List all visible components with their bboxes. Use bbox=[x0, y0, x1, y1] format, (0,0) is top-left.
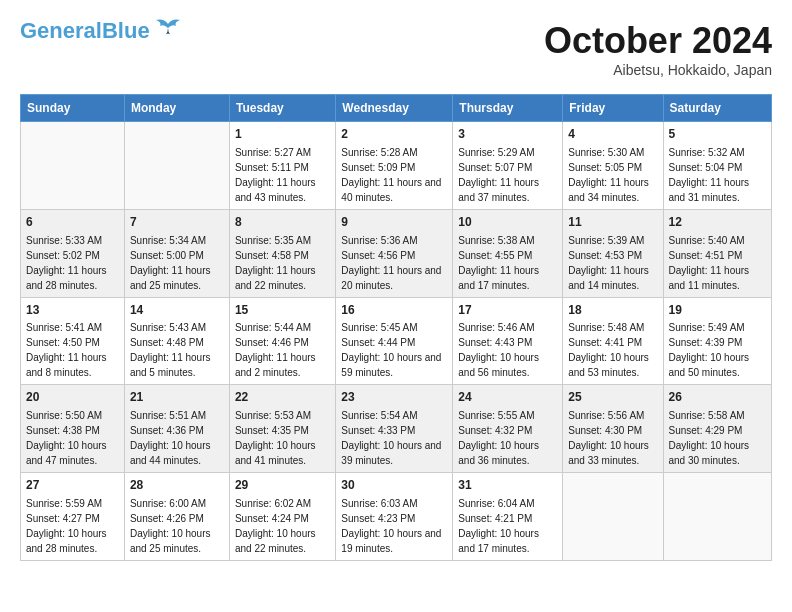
calendar-cell: 3Sunrise: 5:29 AMSunset: 5:07 PMDaylight… bbox=[453, 122, 563, 210]
calendar-cell: 7Sunrise: 5:34 AMSunset: 5:00 PMDaylight… bbox=[124, 209, 229, 297]
cell-line: Sunrise: 5:35 AM bbox=[235, 233, 330, 248]
cell-line: Daylight: 11 hours and 40 minutes. bbox=[341, 175, 447, 205]
cell-content: Sunrise: 6:03 AMSunset: 4:23 PMDaylight:… bbox=[341, 496, 447, 556]
cell-content: Sunrise: 6:04 AMSunset: 4:21 PMDaylight:… bbox=[458, 496, 557, 556]
cell-line: Daylight: 10 hours and 59 minutes. bbox=[341, 350, 447, 380]
calendar-cell bbox=[124, 122, 229, 210]
calendar-cell: 26Sunrise: 5:58 AMSunset: 4:29 PMDayligh… bbox=[663, 385, 772, 473]
calendar-cell: 4Sunrise: 5:30 AMSunset: 5:05 PMDaylight… bbox=[563, 122, 663, 210]
cell-line: Sunset: 4:36 PM bbox=[130, 423, 224, 438]
cell-line: Sunrise: 5:44 AM bbox=[235, 320, 330, 335]
cell-line: Sunrise: 5:46 AM bbox=[458, 320, 557, 335]
calendar-cell: 5Sunrise: 5:32 AMSunset: 5:04 PMDaylight… bbox=[663, 122, 772, 210]
cell-line: Daylight: 11 hours and 22 minutes. bbox=[235, 263, 330, 293]
calendar-cell: 12Sunrise: 5:40 AMSunset: 4:51 PMDayligh… bbox=[663, 209, 772, 297]
cell-line: Sunrise: 5:53 AM bbox=[235, 408, 330, 423]
cell-line: Daylight: 10 hours and 25 minutes. bbox=[130, 526, 224, 556]
weekday-header: Saturday bbox=[663, 95, 772, 122]
cell-content: Sunrise: 5:36 AMSunset: 4:56 PMDaylight:… bbox=[341, 233, 447, 293]
logo-bird-icon bbox=[154, 16, 182, 38]
cell-line: Sunset: 5:09 PM bbox=[341, 160, 447, 175]
location: Aibetsu, Hokkaido, Japan bbox=[544, 62, 772, 78]
cell-line: Sunset: 4:58 PM bbox=[235, 248, 330, 263]
calendar-cell: 31Sunrise: 6:04 AMSunset: 4:21 PMDayligh… bbox=[453, 473, 563, 561]
cell-line: Sunrise: 5:54 AM bbox=[341, 408, 447, 423]
cell-line: Sunrise: 6:04 AM bbox=[458, 496, 557, 511]
cell-content: Sunrise: 5:50 AMSunset: 4:38 PMDaylight:… bbox=[26, 408, 119, 468]
cell-line: Sunset: 4:44 PM bbox=[341, 335, 447, 350]
cell-line: Daylight: 11 hours and 31 minutes. bbox=[669, 175, 767, 205]
cell-line: Daylight: 11 hours and 20 minutes. bbox=[341, 263, 447, 293]
day-number: 1 bbox=[235, 126, 330, 143]
cell-line: Daylight: 11 hours and 2 minutes. bbox=[235, 350, 330, 380]
day-number: 26 bbox=[669, 389, 767, 406]
day-number: 3 bbox=[458, 126, 557, 143]
cell-content: Sunrise: 5:45 AMSunset: 4:44 PMDaylight:… bbox=[341, 320, 447, 380]
cell-line: Sunrise: 5:56 AM bbox=[568, 408, 657, 423]
cell-content: Sunrise: 5:35 AMSunset: 4:58 PMDaylight:… bbox=[235, 233, 330, 293]
cell-line: Sunset: 5:07 PM bbox=[458, 160, 557, 175]
calendar-week-row: 1Sunrise: 5:27 AMSunset: 5:11 PMDaylight… bbox=[21, 122, 772, 210]
day-number: 5 bbox=[669, 126, 767, 143]
cell-line: Sunset: 4:39 PM bbox=[669, 335, 767, 350]
cell-line: Daylight: 11 hours and 43 minutes. bbox=[235, 175, 330, 205]
calendar-cell: 11Sunrise: 5:39 AMSunset: 4:53 PMDayligh… bbox=[563, 209, 663, 297]
cell-line: Sunrise: 5:29 AM bbox=[458, 145, 557, 160]
cell-line: Sunrise: 5:48 AM bbox=[568, 320, 657, 335]
calendar-cell: 27Sunrise: 5:59 AMSunset: 4:27 PMDayligh… bbox=[21, 473, 125, 561]
cell-content: Sunrise: 5:30 AMSunset: 5:05 PMDaylight:… bbox=[568, 145, 657, 205]
cell-content: Sunrise: 5:43 AMSunset: 4:48 PMDaylight:… bbox=[130, 320, 224, 380]
day-number: 19 bbox=[669, 302, 767, 319]
cell-line: Sunrise: 5:45 AM bbox=[341, 320, 447, 335]
calendar-cell: 14Sunrise: 5:43 AMSunset: 4:48 PMDayligh… bbox=[124, 297, 229, 385]
calendar-cell: 20Sunrise: 5:50 AMSunset: 4:38 PMDayligh… bbox=[21, 385, 125, 473]
calendar-cell: 21Sunrise: 5:51 AMSunset: 4:36 PMDayligh… bbox=[124, 385, 229, 473]
calendar-cell: 22Sunrise: 5:53 AMSunset: 4:35 PMDayligh… bbox=[229, 385, 335, 473]
cell-line: Daylight: 11 hours and 8 minutes. bbox=[26, 350, 119, 380]
cell-line: Sunset: 4:46 PM bbox=[235, 335, 330, 350]
cell-content: Sunrise: 5:40 AMSunset: 4:51 PMDaylight:… bbox=[669, 233, 767, 293]
day-number: 4 bbox=[568, 126, 657, 143]
cell-line: Sunrise: 5:43 AM bbox=[130, 320, 224, 335]
cell-line: Sunset: 4:53 PM bbox=[568, 248, 657, 263]
day-number: 10 bbox=[458, 214, 557, 231]
calendar-cell: 9Sunrise: 5:36 AMSunset: 4:56 PMDaylight… bbox=[336, 209, 453, 297]
weekday-header: Monday bbox=[124, 95, 229, 122]
cell-line: Sunset: 4:24 PM bbox=[235, 511, 330, 526]
cell-line: Daylight: 11 hours and 37 minutes. bbox=[458, 175, 557, 205]
cell-line: Sunrise: 5:33 AM bbox=[26, 233, 119, 248]
cell-content: Sunrise: 5:55 AMSunset: 4:32 PMDaylight:… bbox=[458, 408, 557, 468]
cell-line: Sunrise: 5:27 AM bbox=[235, 145, 330, 160]
cell-line: Daylight: 10 hours and 22 minutes. bbox=[235, 526, 330, 556]
calendar-header: SundayMondayTuesdayWednesdayThursdayFrid… bbox=[21, 95, 772, 122]
cell-content: Sunrise: 5:27 AMSunset: 5:11 PMDaylight:… bbox=[235, 145, 330, 205]
cell-line: Daylight: 11 hours and 28 minutes. bbox=[26, 263, 119, 293]
cell-line: Sunset: 4:48 PM bbox=[130, 335, 224, 350]
cell-content: Sunrise: 5:44 AMSunset: 4:46 PMDaylight:… bbox=[235, 320, 330, 380]
cell-line: Daylight: 10 hours and 41 minutes. bbox=[235, 438, 330, 468]
day-number: 25 bbox=[568, 389, 657, 406]
cell-line: Daylight: 10 hours and 53 minutes. bbox=[568, 350, 657, 380]
cell-line: Sunset: 4:26 PM bbox=[130, 511, 224, 526]
day-number: 17 bbox=[458, 302, 557, 319]
weekday-row: SundayMondayTuesdayWednesdayThursdayFrid… bbox=[21, 95, 772, 122]
day-number: 31 bbox=[458, 477, 557, 494]
calendar-cell: 30Sunrise: 6:03 AMSunset: 4:23 PMDayligh… bbox=[336, 473, 453, 561]
cell-line: Sunset: 4:41 PM bbox=[568, 335, 657, 350]
calendar-cell: 10Sunrise: 5:38 AMSunset: 4:55 PMDayligh… bbox=[453, 209, 563, 297]
cell-line: Sunrise: 5:28 AM bbox=[341, 145, 447, 160]
cell-content: Sunrise: 5:32 AMSunset: 5:04 PMDaylight:… bbox=[669, 145, 767, 205]
cell-line: Sunset: 4:33 PM bbox=[341, 423, 447, 438]
cell-content: Sunrise: 5:51 AMSunset: 4:36 PMDaylight:… bbox=[130, 408, 224, 468]
day-number: 2 bbox=[341, 126, 447, 143]
cell-line: Sunrise: 5:50 AM bbox=[26, 408, 119, 423]
day-number: 30 bbox=[341, 477, 447, 494]
calendar-cell: 29Sunrise: 6:02 AMSunset: 4:24 PMDayligh… bbox=[229, 473, 335, 561]
cell-line: Sunset: 4:23 PM bbox=[341, 511, 447, 526]
cell-content: Sunrise: 5:48 AMSunset: 4:41 PMDaylight:… bbox=[568, 320, 657, 380]
day-number: 20 bbox=[26, 389, 119, 406]
cell-content: Sunrise: 5:33 AMSunset: 5:02 PMDaylight:… bbox=[26, 233, 119, 293]
logo-general: General bbox=[20, 18, 102, 43]
cell-line: Daylight: 11 hours and 25 minutes. bbox=[130, 263, 224, 293]
day-number: 28 bbox=[130, 477, 224, 494]
